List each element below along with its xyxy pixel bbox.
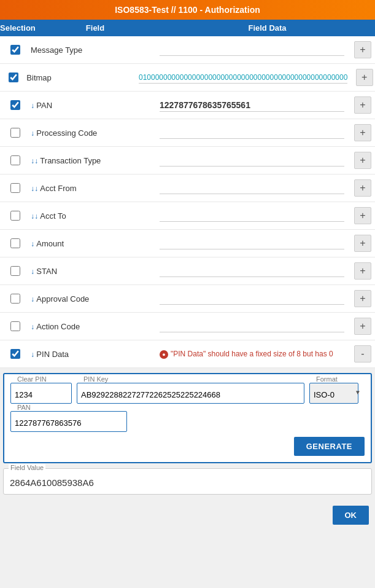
field-input-acct-to[interactable] (160, 210, 344, 222)
table-row: ↓ Amount+ (0, 230, 375, 257)
pin-key-label: PIN Key (82, 375, 110, 383)
ok-row: OK (0, 500, 375, 531)
clear-pin-label: Clear PIN (15, 375, 48, 383)
field-input-acct-from[interactable] (160, 182, 344, 194)
field-input-amount[interactable] (160, 237, 344, 249)
header-selection: Selection (0, 23, 31, 33)
field-input-transaction-type[interactable] (160, 154, 344, 167)
table-row: ↓ Processing Code+ (0, 119, 375, 147)
plus-btn-bitmap[interactable]: + (356, 69, 373, 86)
pan-group: PAN (10, 409, 127, 432)
field-data-transaction-type (160, 154, 350, 167)
plus-btn-processing-code[interactable]: + (354, 124, 371, 141)
table-row: ↓↓ Transaction Type+ (0, 147, 375, 174)
table-row: ↓↓ Acct To+ (0, 202, 375, 230)
format-select[interactable]: ISO-0 ISO-1 ISO-2 (309, 383, 358, 404)
ok-button[interactable]: OK (333, 506, 369, 525)
plus-btn-approval-code[interactable]: + (354, 290, 371, 307)
field-label-pin-data: ↓ PIN Data (31, 350, 160, 359)
error-icon: ● (160, 350, 168, 359)
field-label-acct-from: ↓↓ Acct From (31, 184, 160, 193)
bitmap-value: 0100000000000000000000000000000000000000… (139, 72, 347, 84)
title-text: ISO8583-Test // 1100 - Authorization (115, 5, 260, 15)
pin-error: ●"PIN Data" should have a fixed size of … (160, 348, 344, 360)
field-value-content: 2864A610085938A6 (10, 475, 365, 488)
pan-input[interactable] (10, 411, 127, 432)
plus-btn-action-code[interactable]: + (354, 318, 371, 335)
generate-button[interactable]: GENERATE (294, 437, 365, 456)
table-row: ↓ Approval Code+ (0, 285, 375, 313)
checkbox-acct-from[interactable] (10, 183, 20, 193)
field-label-pan: ↓ PAN (31, 101, 160, 110)
checkbox-transaction-type[interactable] (10, 155, 20, 165)
plus-btn-transaction-type[interactable]: + (354, 152, 371, 169)
checkbox-message-type[interactable] (10, 45, 20, 55)
table-row: ↓ PAN1227877678635765561+ (0, 92, 375, 119)
checkbox-acct-to[interactable] (10, 211, 20, 221)
pin-error-text: "PIN Data" should have a fixed size of 8… (171, 350, 333, 358)
field-label-transaction-type: ↓↓ Transaction Type (31, 156, 160, 165)
field-input-processing-code[interactable] (160, 127, 344, 139)
field-data-pan: 1227877678635765561 (160, 99, 350, 112)
checkbox-amount[interactable] (10, 238, 20, 248)
pan-label: PAN (15, 404, 33, 411)
checkbox-pan[interactable] (10, 100, 20, 110)
plus-btn-message-type[interactable]: + (354, 41, 371, 58)
header-field: Field (31, 23, 160, 33)
header-fielddata: Field Data (160, 23, 375, 33)
plus-btn-acct-from[interactable]: + (354, 179, 371, 197)
clear-pin-input[interactable] (10, 383, 72, 404)
field-data-amount (160, 237, 350, 249)
field-data-message-type (160, 44, 350, 56)
checkbox-stan[interactable] (10, 266, 20, 276)
minus-btn-pin-data[interactable]: - (354, 345, 371, 363)
field-label-processing-code: ↓ Processing Code (31, 128, 160, 138)
plus-btn-acct-to[interactable]: + (354, 207, 371, 224)
field-input-message-type[interactable] (160, 44, 344, 56)
field-data-approval-code (160, 292, 350, 305)
title-bar: ISO8583-Test // 1100 - Authorization (0, 0, 375, 20)
field-label-stan: ↓ STAN (31, 267, 160, 276)
table-row: ↓↓ Acct From+ (0, 174, 375, 202)
field-input-approval-code[interactable] (160, 292, 344, 305)
checkbox-bitmap[interactable] (9, 73, 18, 82)
pin-key-group: PIN Key (77, 380, 304, 404)
field-label-message-type: Message Type (31, 45, 160, 55)
clear-pin-group: Clear PIN (10, 380, 72, 404)
table-row: ↓ STAN+ (0, 257, 375, 285)
fields-table: Message Type+Bitmap010000000000000000000… (0, 36, 375, 368)
plus-btn-pan[interactable]: + (354, 96, 371, 114)
field-label-bitmap: Bitmap (26, 73, 139, 82)
checkbox-pin-data[interactable] (10, 349, 20, 359)
field-label-amount: ↓ Amount (31, 239, 160, 248)
format-group: Format ISO-0 ISO-1 ISO-2 ▼ (309, 380, 365, 404)
field-data-stan (160, 265, 350, 277)
pin-calculator-panel: Clear PIN PIN Key Format ISO-0 ISO-1 ISO… (3, 373, 372, 463)
field-input-action-code[interactable] (160, 320, 344, 332)
field-data-processing-code (160, 127, 350, 139)
field-input-stan[interactable] (160, 265, 344, 277)
checkbox-approval-code[interactable] (10, 294, 20, 304)
checkbox-processing-code[interactable] (10, 128, 20, 138)
field-data-acct-to (160, 210, 350, 222)
field-data-acct-from (160, 182, 350, 194)
table-row: ↓ PIN Data●"PIN Data" should have a fixe… (0, 340, 375, 368)
field-data-pin-data: ●"PIN Data" should have a fixed size of … (160, 348, 350, 360)
field-label-acct-to: ↓↓ Acct To (31, 211, 160, 221)
plus-btn-amount[interactable]: + (354, 235, 371, 252)
table-row: Bitmap0100000000000000000000000000000000… (0, 64, 375, 92)
field-data-action-code (160, 320, 350, 332)
table-row: ↓ Action Code+ (0, 313, 375, 340)
field-data-bitmap: 0100000000000000000000000000000000000000… (139, 72, 354, 84)
pan-value: 1227877678635765561 (160, 99, 344, 112)
field-label-action-code: ↓ Action Code (31, 322, 160, 331)
field-value-label: Field Value (9, 464, 45, 471)
field-value-panel: Field Value 2864A610085938A6 (3, 468, 372, 495)
pin-key-input[interactable] (77, 383, 304, 404)
field-label-approval-code: ↓ Approval Code (31, 294, 160, 304)
checkbox-action-code[interactable] (10, 321, 20, 331)
table-row: Message Type+ (0, 36, 375, 64)
plus-btn-stan[interactable]: + (354, 262, 371, 280)
